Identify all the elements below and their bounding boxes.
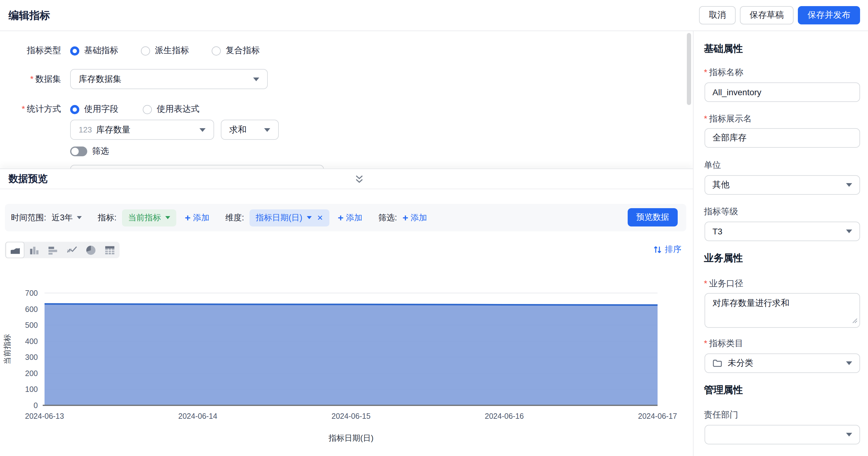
metric-type-radio-group: 基础指标 派生指标 复合指标 [70, 45, 260, 56]
display-name-input[interactable]: 全部库存 [705, 128, 860, 148]
filter-group: 筛选: + 添加 [378, 212, 427, 223]
area-chart-icon[interactable] [5, 242, 24, 258]
required-mark: * [22, 104, 25, 114]
aggregation-select[interactable]: 求和 [221, 120, 279, 140]
business-properties-header: 业务属性 [704, 252, 860, 265]
chevron-down-icon [846, 361, 852, 365]
data-preview-panel: 数据预览 时间范围: 近3年 [0, 169, 693, 456]
cancel-button[interactable]: 取消 [699, 6, 736, 24]
folder-icon [712, 359, 722, 368]
unit-select[interactable]: 其他 [705, 175, 860, 195]
save-draft-button[interactable]: 保存草稿 [740, 6, 794, 24]
unit-select-value: 其他 [712, 179, 730, 191]
chevron-down-icon [77, 216, 82, 219]
chevron-down-icon [253, 77, 259, 81]
preview-filter-bar: 时间范围: 近3年 指标: 当前指标 + 添加 [5, 204, 686, 231]
time-range-value[interactable]: 近3年 [52, 212, 73, 223]
current-metric-tag[interactable]: 当前指标 [122, 209, 176, 226]
pie-chart-icon[interactable] [81, 242, 100, 258]
table-icon[interactable] [100, 242, 119, 258]
svg-text:当前指标: 当前指标 [3, 334, 11, 365]
dataset-label: *数据集 [0, 74, 61, 85]
add-dimension-link[interactable]: + 添加 [338, 212, 362, 223]
field-select-value: 库存数量 [96, 124, 130, 135]
metric-category-select[interactable]: 未分类 [705, 353, 860, 373]
dataset-select[interactable]: 库存数据集 [70, 69, 268, 89]
plus-icon: + [338, 212, 343, 223]
stat-method-radio-group: 使用字段 使用表达式 [70, 104, 199, 115]
collapse-double-chevron-icon[interactable] [354, 174, 365, 185]
add-filter-link[interactable]: + 添加 [403, 212, 427, 223]
radio-derived-metric-label[interactable]: 派生指标 [155, 45, 189, 56]
field-agg-row: 123 库存数量 求和 [70, 120, 279, 140]
svg-text:200: 200 [25, 369, 38, 377]
chevron-down-icon [846, 230, 852, 233]
data-preview-header: 数据预览 [0, 169, 693, 189]
sort-label: 排序 [665, 244, 681, 255]
management-properties-header: 管理属性 [704, 384, 860, 397]
content: 指标类型 基础指标 派生指标 复合指标 *数据集 库存数据集 [0, 31, 868, 456]
svg-text:400: 400 [25, 337, 38, 345]
top-actions: 取消 保存草稿 保存并发布 [699, 6, 860, 24]
field-select[interactable]: 123 库存数量 [70, 120, 214, 140]
add-metric-link[interactable]: + 添加 [185, 212, 210, 223]
dimension-group: 维度: 指标日期(日) ✕ + 添加 [225, 209, 362, 226]
dataset-row: *数据集 库存数据集 [0, 69, 268, 89]
metric-name-label: *指标名称 [704, 67, 860, 78]
toggle-knob [71, 148, 79, 155]
main-column: 指标类型 基础指标 派生指标 复合指标 *数据集 库存数据集 [0, 31, 693, 456]
svg-text:2024-06-14: 2024-06-14 [179, 412, 217, 420]
radio-composite-metric[interactable] [212, 46, 221, 55]
dataset-select-value: 库存数据集 [79, 74, 121, 85]
chart-type-switcher [5, 242, 120, 258]
required-mark: * [30, 74, 34, 83]
chevron-down-icon [307, 216, 311, 219]
radio-composite-metric-label[interactable]: 复合指标 [226, 45, 260, 56]
required-mark: * [704, 114, 707, 123]
chevron-down-icon [165, 216, 170, 219]
horizontal-bar-chart-icon[interactable] [43, 242, 62, 258]
svg-text:0: 0 [34, 401, 38, 409]
sort-control[interactable]: 排序 [653, 244, 681, 255]
time-range-group[interactable]: 时间范围: 近3年 [11, 212, 82, 223]
dimension-tag[interactable]: 指标日期(日) ✕ [249, 209, 329, 226]
filter-group-label: 筛选: [378, 212, 397, 223]
svg-text:300: 300 [25, 353, 38, 361]
radio-use-field[interactable] [70, 105, 79, 114]
metric-name-input[interactable]: All_inventory [705, 82, 860, 102]
filter-toggle-row: 筛选 [70, 146, 109, 157]
chevron-down-icon [264, 128, 270, 132]
resize-handle-icon [852, 316, 858, 325]
preview-data-button[interactable]: 预览数据 [628, 208, 678, 226]
required-mark: * [704, 278, 707, 288]
required-mark: * [704, 67, 707, 77]
business-caliber-textarea[interactable]: 对库存数量进行求和 [705, 293, 860, 328]
metric-group: 指标: 当前指标 + 添加 [98, 209, 210, 226]
stat-method-row: *统计方式 使用字段 使用表达式 [0, 104, 199, 115]
radio-use-field-label[interactable]: 使用字段 [84, 104, 118, 115]
plus-icon: + [185, 212, 191, 223]
basic-properties-header: 基础属性 [704, 43, 860, 56]
bar-chart-icon[interactable] [24, 242, 43, 258]
filter-toggle[interactable] [70, 146, 87, 156]
chevron-down-icon [846, 433, 852, 436]
radio-basic-metric[interactable] [70, 46, 79, 55]
department-select[interactable] [705, 425, 860, 445]
radio-use-expression[interactable] [143, 105, 152, 114]
data-preview-title: 数据预览 [8, 172, 48, 185]
line-chart-icon[interactable] [62, 242, 81, 258]
save-publish-button[interactable]: 保存并发布 [798, 6, 860, 24]
metric-type-row: 指标类型 基础指标 派生指标 复合指标 [0, 45, 260, 56]
page-title: 编辑指标 [8, 8, 50, 22]
number-field-icon: 123 [79, 125, 92, 134]
svg-text:2024-06-15: 2024-06-15 [332, 412, 371, 420]
radio-use-expression-label[interactable]: 使用表达式 [157, 104, 199, 115]
preview-area-chart: 01002003004005006007002024-06-132024-06-… [0, 287, 693, 456]
radio-derived-metric[interactable] [141, 46, 150, 55]
svg-text:指标日期(日): 指标日期(日) [329, 433, 373, 443]
radio-basic-metric-label[interactable]: 基础指标 [84, 45, 118, 56]
svg-text:2024-06-17: 2024-06-17 [638, 412, 677, 420]
metric-level-select[interactable]: T3 [705, 222, 860, 241]
close-icon[interactable]: ✕ [317, 213, 323, 222]
vertical-scrollbar-thumb[interactable] [687, 33, 691, 105]
